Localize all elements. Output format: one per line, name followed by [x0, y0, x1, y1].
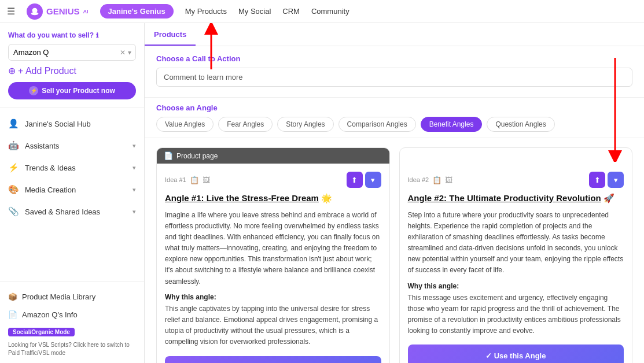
sidebar-item-trends[interactable]: ⚡ Trends & Ideas ▾: [0, 157, 144, 179]
card-2: 📄 Product page Idea #2 📋 🖼 ⬆ ▾: [399, 147, 633, 363]
idea-title-1: Angle #1: Live the Stress-Free Dream 🌟: [165, 192, 381, 204]
idea-title-underline-2: Angle #2: The Ultimate Productivity Revo…: [408, 193, 601, 203]
tab-comparison-angles[interactable]: Comparison Angles: [338, 117, 416, 132]
card-1: 📄 Product page Idea #1 📋 🖼 ⬆ ▾: [156, 147, 390, 363]
content-area: Choose a Call to Action Choose an Angle …: [145, 46, 644, 363]
sell-btn-label: Sell your Product now: [42, 87, 115, 95]
clear-icon[interactable]: ✕: [120, 49, 126, 57]
sidebar-item-left: ⚡ Trends & Ideas: [8, 162, 76, 173]
topnav: ☰ GENIUS AI Janine's Genius My Products …: [0, 0, 644, 23]
sidebar-item-amazon-info[interactable]: 📄 Amazon Q's Info: [8, 306, 136, 324]
sidebar-item-media[interactable]: 🎨 Media Creation ▾: [0, 179, 144, 201]
products-tab-bar: Products: [145, 23, 644, 46]
tab-story-angles[interactable]: Story Angles: [277, 117, 333, 132]
media-library-icon: 📦: [8, 292, 17, 301]
idea-title-emoji-1: 🌟: [321, 193, 332, 203]
vsl-note: Looking for VSL Scripts? Click here to s…: [8, 341, 136, 357]
sidebar-footer: 📦 Product Media Library 📄 Amazon Q's Inf…: [0, 281, 144, 363]
cta-input[interactable]: [156, 68, 632, 87]
idea-body-1: Imagine a life where you leave stress be…: [165, 210, 381, 287]
plus-icon: ⊕: [8, 65, 16, 76]
nav-my-social[interactable]: My Social: [238, 7, 271, 16]
idea-why-body-2: This message uses excitement and urgency…: [408, 292, 624, 337]
nav-my-products[interactable]: My Products: [185, 7, 227, 16]
saved-icon: 📎: [8, 206, 19, 217]
vsl-note-text: Looking for VSL Scripts? Click here to s…: [8, 342, 130, 356]
card-body-2: Idea #2 📋 🖼 ⬆ ▾ Angle #2: The Ultimate P…: [400, 164, 632, 363]
main-content: Products Choose a Call to Action Choose …: [145, 23, 644, 363]
angle-section: Choose an Angle Value Angles Fear Angles…: [145, 98, 644, 138]
assistants-label: Assistants: [25, 142, 59, 150]
sidebar-item-assistants[interactable]: 🤖 Assistants ▾: [0, 135, 144, 157]
card-body-1: Idea #1 📋 🖼 ⬆ ▾ Angle #1: Live the Stres…: [157, 164, 389, 363]
sell-btn-icon: ⚡: [29, 86, 38, 95]
use-angle-btn-2[interactable]: ✓ Use this Angle: [408, 345, 624, 363]
idea-title-underline-1: Angle #1: Live the Stress-Free Dream: [165, 193, 319, 203]
trends-label: Trends & Ideas: [25, 164, 76, 172]
card-header-label: Product page: [176, 152, 218, 160]
copy-icon-2[interactable]: 📋: [432, 176, 441, 184]
idea-why-label-1: Why this angle:: [165, 293, 381, 301]
cta-section: Choose a Call to Action: [145, 46, 644, 98]
copy-icon[interactable]: 📋: [190, 176, 199, 184]
product-page-icon: 📄: [164, 151, 173, 160]
more-button-1[interactable]: ▾: [365, 172, 381, 188]
idea-title-2: Angle #2: The Ultimate Productivity Revo…: [408, 192, 624, 204]
chevron-down-icon[interactable]: ▾: [128, 49, 131, 57]
chevron-down-icon: ▾: [133, 208, 136, 216]
choose-angle-link[interactable]: Choose an Angle: [156, 103, 218, 112]
sidebar-item-media-library[interactable]: 📦 Product Media Library: [8, 288, 136, 306]
idea-number-1: Idea #1: [165, 176, 186, 183]
media-icon: 🎨: [8, 184, 19, 195]
svg-point-1: [31, 12, 39, 14]
sell-btn[interactable]: ⚡ Sell your Product now: [8, 82, 136, 99]
saved-label: Saved & Shared Ideas: [25, 208, 100, 216]
sidebar-top: What do you want to sell? ℹ Amazon Q ✕ ▾…: [0, 23, 144, 108]
idea-body-2: Step into a future where your productivi…: [408, 210, 624, 276]
share-button-2[interactable]: ⬆: [589, 172, 605, 188]
sidebar-item-left: 📎 Saved & Shared Ideas: [8, 206, 100, 217]
chevron-down-icon: ▾: [133, 186, 136, 194]
idea-label-1: Idea #1 📋 🖼 ⬆ ▾: [165, 172, 381, 188]
media-library-label: Product Media Library: [22, 292, 95, 301]
sidebar-item-left: 🎨 Media Creation: [8, 184, 76, 195]
angle-tabs: Value Angles Fear Angles Story Angles Co…: [156, 117, 632, 132]
more-button-2[interactable]: ▾: [608, 172, 624, 188]
chevron-down-icon: ▾: [133, 164, 136, 172]
nav-community[interactable]: Community: [311, 7, 349, 16]
social-hub-label: Janine's Social Hub: [25, 120, 91, 128]
tab-value-angles[interactable]: Value Angles: [156, 117, 214, 132]
media-label: Media Creation: [25, 186, 76, 194]
idea-why-body-1: This angle captivates by tapping into th…: [165, 303, 381, 348]
choose-cta-link[interactable]: Choose a Call to Action: [156, 54, 240, 63]
social-hub-icon: 👤: [8, 118, 19, 129]
sidebar-item-left: 👤 Janine's Social Hub: [8, 118, 91, 129]
nav-crm[interactable]: CRM: [282, 7, 300, 16]
tab-fear-angles[interactable]: Fear Angles: [218, 117, 273, 132]
product-select[interactable]: Amazon Q: [8, 44, 136, 61]
idea-number-2: Idea #2: [408, 176, 429, 183]
tab-question-angles[interactable]: Question Angles: [487, 117, 554, 132]
sell-question: What do you want to sell?: [8, 31, 94, 39]
sell-label: What do you want to sell? ℹ: [8, 31, 136, 39]
add-product-link[interactable]: ⊕ + Add Product: [8, 65, 136, 76]
logo: GENIUS AI: [27, 3, 89, 20]
image-icon-2[interactable]: 🖼: [445, 176, 452, 184]
tab-benefit-angles[interactable]: Benefit Angles: [421, 117, 483, 132]
sidebar-item-left: 🤖 Assistants: [8, 140, 59, 151]
share-button-1[interactable]: ⬆: [347, 172, 363, 188]
sidebar-item-social-hub[interactable]: 👤 Janine's Social Hub: [0, 113, 144, 135]
sidebar-item-saved[interactable]: 📎 Saved & Shared Ideas ▾: [0, 201, 144, 223]
menu-icon[interactable]: ☰: [7, 6, 15, 17]
sidebar-nav: 👤 Janine's Social Hub 🤖 Assistants ▾ ⚡ T…: [0, 108, 144, 281]
use-angle-btn-1[interactable]: ✓ Use this Angle: [165, 356, 381, 363]
idea-title-emoji-2: 🚀: [603, 193, 614, 203]
amazon-info-icon: 📄: [8, 310, 17, 319]
image-icon[interactable]: 🖼: [203, 176, 210, 184]
logo-icon: [27, 3, 43, 20]
mode-badge: Social/Organic Mode: [8, 328, 75, 336]
amazon-info-label: Amazon Q's Info: [22, 310, 78, 319]
ai-badge: AI: [83, 9, 89, 14]
active-tab[interactable]: Janine's Genius: [100, 4, 174, 18]
products-tab[interactable]: Products: [145, 24, 196, 46]
